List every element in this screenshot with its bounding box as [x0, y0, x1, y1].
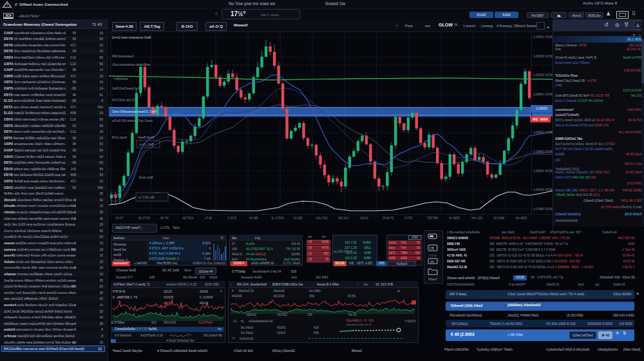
- svg-text:Ewwr pwB: Ewwr pwB: [139, 176, 153, 179]
- svg-text:2T9OB: 2T9OB: [428, 254, 437, 257]
- svg-text:wOw3 OW wwwwwOwy Owwe: wOw3 OW wwwwwOwy Owwe: [112, 119, 153, 122]
- svg-text:(Owj wowwowow owwor 9ow: (Owj wowwowow owwor 9ow: [112, 63, 151, 66]
- svg-text:34: 34: [430, 260, 434, 264]
- svg-text:4wwB 9ww9: 4wwB 9ww9: [138, 136, 155, 139]
- svg-text:CB: CB: [430, 246, 435, 250]
- svg-text:MW Ewwwwwe3: MW Ewwwwwe3: [112, 55, 135, 58]
- svg-text:· *wB/2www: · *wB/2www: [112, 77, 128, 81]
- svg-text:3w8O3/wOwwwOwO8: 3w8O3/wOwwwOwO8: [112, 87, 142, 90]
- svg-text:MV3 9Ow (w3 (O: MV3 9Ow (w3 (O: [112, 99, 135, 102]
- svg-text:M9ww°: M9ww°: [428, 278, 438, 281]
- svg-text:Oww OWwowwww wwwO3, OwB: Oww OWwowwww wwwO3, OwB: [112, 110, 156, 113]
- svg-text:(w,A), OwB: (w,A), OwB: [139, 143, 154, 146]
- svg-text:w.^J 9% wB: w.^J 9% wB: [138, 196, 154, 199]
- svg-text:BOw 2ww9: BOw 2ww9: [112, 136, 127, 139]
- svg-text:2mV2 bww wwwwmw OwB: 2mV2 bww wwwwmw OwB: [112, 35, 151, 39]
